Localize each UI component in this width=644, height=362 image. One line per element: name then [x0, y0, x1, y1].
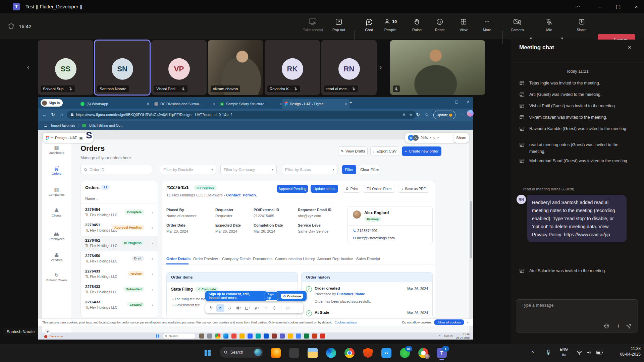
- fill-online-form-button[interactable]: Fill Online Form: [363, 185, 395, 193]
- send-icon[interactable]: [626, 323, 632, 329]
- emoji-icon[interactable]: [604, 323, 609, 329]
- shape-tool-icon[interactable]: [225, 304, 233, 312]
- order-id-filter-input[interactable]: Order ID: [80, 165, 152, 174]
- video-tile-ravindra[interactable]: RK Ravindra K...: [265, 40, 320, 95]
- move-tool-icon[interactable]: [207, 304, 215, 312]
- raise-hand-button[interactable]: Raise: [406, 17, 428, 36]
- taskbar-vscode-icon[interactable]: ‹›: [381, 348, 391, 358]
- remote-search-box[interactable]: Search: [163, 334, 195, 339]
- remote-start-icon[interactable]: [155, 334, 160, 338]
- save-as-pdf-button[interactable]: ↓ Save as PDF: [398, 185, 429, 193]
- remote-powerpoint-icon[interactable]: [312, 334, 317, 339]
- tab-sales-receipt[interactable]: Sales Receipt: [356, 257, 380, 261]
- bookmark-import-favorites[interactable]: Import favorites: [51, 123, 75, 127]
- browser-maximize-icon[interactable]: ▢: [455, 100, 458, 104]
- tab-company-details[interactable]: Company Details: [222, 257, 252, 261]
- order-row[interactable]: 2276450TL Flex Holdings LLC Draft ›: [80, 251, 158, 267]
- dev-mode-toggle-icon[interactable]: [284, 304, 292, 312]
- remote-app-icon[interactable]: [272, 334, 277, 339]
- presenter-plus-button[interactable]: +: [45, 329, 50, 335]
- taskbar-firefox-icon[interactable]: [271, 348, 281, 358]
- tray-chevron-icon[interactable]: ^: [532, 350, 534, 355]
- order-row[interactable]: 2216433TL Flex Holdings LLC Created ›: [80, 298, 158, 313]
- react-button[interactable]: React: [429, 17, 450, 36]
- remote-app-icon[interactable]: [207, 334, 212, 339]
- mic-button[interactable]: Mic: [538, 17, 560, 36]
- filter-status-select[interactable]: Filter by Status▾: [282, 165, 337, 174]
- remote-tray-chevron[interactable]: ^: [439, 335, 440, 338]
- new-tab-button[interactable]: +: [350, 100, 352, 105]
- chat-button[interactable]: Chat: [358, 17, 380, 36]
- video-tile-vishal[interactable]: VP Vishal Patil ...: [151, 40, 207, 95]
- taskbar-app-icon[interactable]: [289, 348, 299, 358]
- sidebar-item-dashboard[interactable]: ▦ Dashboard: [42, 145, 71, 155]
- filter-domicile-select[interactable]: Filter by Domicile▾: [160, 165, 216, 174]
- tray-wifi-icon[interactable]: [576, 350, 582, 355]
- pen-tool-icon[interactable]: ▾: [253, 304, 261, 312]
- tray-volume-icon[interactable]: [586, 350, 592, 355]
- order-row[interactable]: 2276433TL Flex Holdings LLC Review ›: [80, 267, 158, 282]
- figma-share-button[interactable]: Share: [453, 133, 469, 143]
- home-icon[interactable]: ⌂: [58, 109, 66, 121]
- refresh-icon[interactable]: ↻: [49, 109, 57, 121]
- signup-button[interactable]: Sign up: [265, 291, 278, 301]
- approval-pending-button[interactable]: Approval Pending: [277, 185, 308, 193]
- page-scrollbar[interactable]: [470, 201, 472, 258]
- remote-teams-icon[interactable]: [280, 334, 285, 339]
- menu-chevron-icon[interactable]: ▾: [51, 136, 53, 139]
- remote-opera-icon[interactable]: [231, 334, 236, 339]
- layout-icon[interactable]: ▣: [79, 136, 83, 140]
- collections-icon[interactable]: ☆: [423, 109, 431, 121]
- export-csv-button[interactable]: ↓ Export CSV: [370, 146, 399, 156]
- browser-close-icon[interactable]: ×: [467, 99, 470, 104]
- create-new-order-button[interactable]: + Create new order: [402, 146, 441, 156]
- sidebar-item-orders[interactable]: 🛒︎ Orders: [42, 166, 71, 175]
- taskbar-edge-icon[interactable]: [326, 348, 336, 358]
- video-tile-spotlight[interactable]: [390, 40, 485, 95]
- cookie-settings-link[interactable]: Cookies settings: [335, 321, 357, 324]
- customer-name-link[interactable]: Customer_Name: [337, 292, 365, 296]
- contact-person-link[interactable]: Contact_Person.: [226, 193, 257, 197]
- remote-excel-icon[interactable]: [304, 334, 309, 339]
- view-drafts-button[interactable]: ✎ View Drafts: [338, 146, 368, 156]
- favorite-star-icon[interactable]: ☆: [409, 113, 413, 117]
- order-row[interactable]: 2279451TL Flex Holdings LLC Approval Pen…: [80, 221, 158, 236]
- taskbar-chrome-profile-icon[interactable]: [418, 348, 428, 358]
- tab-documents[interactable]: Documents: [253, 257, 272, 261]
- list-column-name[interactable]: Name ↓: [85, 196, 98, 200]
- remote-acrobat-icon[interactable]: [320, 334, 325, 339]
- read-aloud-icon[interactable]: A: [403, 113, 405, 117]
- browser-menu-icon[interactable]: ⋯: [457, 109, 465, 121]
- remote-app-icon[interactable]: [264, 334, 269, 339]
- tab-account-rep[interactable]: Account Rep: [317, 257, 339, 261]
- frame-tool-icon[interactable]: ▾: [234, 304, 243, 312]
- browser-tab-whatsapp[interactable]: (6) WhatsApp ×: [78, 99, 152, 109]
- taskbar-teams-icon[interactable]: T 1: [437, 348, 447, 358]
- address-bar[interactable]: https://www.figma.com/design/9BKQ0FOHRWa…: [67, 111, 416, 119]
- update-status-button[interactable]: Update status: [311, 185, 338, 193]
- video-tile-shivani[interactable]: SS Shivani Sup...: [38, 40, 93, 95]
- taskbar-search-box[interactable]: Search: [220, 347, 263, 358]
- hand-tool-icon[interactable]: [216, 304, 224, 312]
- tiles-scroll-left-icon[interactable]: ‹: [27, 62, 30, 72]
- remote-folder-icon[interactable]: [239, 334, 245, 339]
- chat-message-input[interactable]: [521, 302, 630, 308]
- tab-close-icon[interactable]: ×: [345, 102, 347, 106]
- tab-communication-history[interactable]: Communication History: [275, 257, 315, 261]
- view-button[interactable]: View: [453, 17, 474, 36]
- share-button[interactable]: Share: [571, 17, 592, 36]
- window-close-button[interactable]: ×: [629, 0, 644, 13]
- video-tile-santosh[interactable]: SN Santosh Narate: [95, 40, 150, 95]
- print-button[interactable]: Print: [343, 185, 360, 193]
- update-button[interactable]: Update: [433, 111, 455, 119]
- text-tool-icon[interactable]: [262, 304, 270, 312]
- sidebar-item-clients[interactable]: 👤︎ Clients: [42, 207, 71, 217]
- present-icon[interactable]: ▷: [433, 136, 436, 140]
- window-minimize-button[interactable]: –: [592, 0, 607, 13]
- browser-tab-excel[interactable]: X Sample Salary Structure with calc ×: [217, 99, 284, 109]
- sidebar-item-refresh-token[interactable]: ↻ Refresh Token: [42, 272, 71, 282]
- browser-essentials-icon[interactable]: ↻: [414, 109, 422, 121]
- camera-button[interactable]: Camera: [506, 17, 528, 36]
- video-tile-readai[interactable]: RN read.ai mee...: [321, 40, 377, 95]
- allow-cookies-button[interactable]: Allow all cookies: [434, 319, 464, 325]
